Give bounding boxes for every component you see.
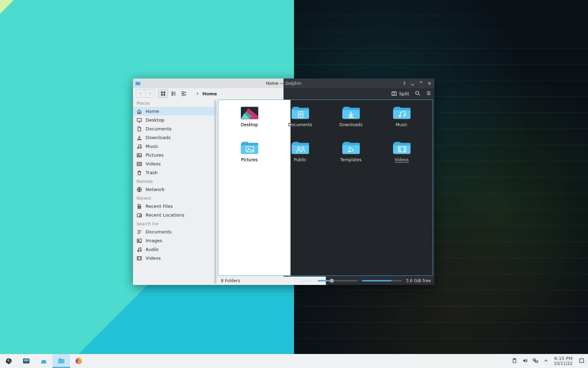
taskbar-clock[interactable]: 6:15 PM 10/11/22 [554, 356, 574, 366]
folder-icon [392, 140, 412, 155]
tray-show-desktop[interactable] [579, 358, 584, 364]
file-label: Documents [288, 122, 312, 127]
sidebar-item-documents[interactable]: Documents [133, 227, 217, 236]
tray-volume-icon[interactable] [522, 358, 528, 364]
taskbar: 6:15 PM 10/11/22 [0, 354, 588, 368]
folder-icon [392, 105, 412, 120]
file-item-desktop[interactable]: Desktop [225, 105, 274, 138]
sidebar-item-label: Trash [146, 170, 158, 175]
compact-view-button[interactable] [169, 89, 178, 98]
svg-rect-2 [163, 91, 165, 93]
forward-button[interactable] [145, 90, 154, 97]
taskbar-dolphin[interactable] [52, 354, 70, 368]
sidebar-item-music[interactable]: Music [133, 142, 217, 151]
tray-chevron-up-icon[interactable] [543, 358, 549, 364]
title-bar[interactable]: Home — Dolphin [133, 79, 434, 88]
svg-rect-39 [58, 360, 64, 363]
zoom-slider[interactable] [318, 280, 358, 281]
folder-icon [290, 140, 310, 155]
start-button[interactable] [0, 354, 18, 368]
sidebar-item-videos[interactable]: Videos [133, 159, 217, 168]
sidebar-item-images[interactable]: Images [133, 236, 217, 245]
svg-point-14 [140, 147, 141, 148]
icons-view-button[interactable] [158, 89, 168, 98]
sidebar-section-header: Search For [133, 219, 217, 227]
file-label: Videos [395, 157, 409, 162]
sidebar-item-label: Desktop [146, 117, 164, 123]
file-item-videos[interactable]: Videos [377, 140, 426, 173]
taskbar-systemsettings[interactable] [18, 354, 35, 368]
back-button[interactable] [136, 90, 145, 97]
taskbar-discover[interactable] [35, 354, 52, 368]
svg-rect-1 [161, 91, 163, 93]
sidebar-item-label: Audio [146, 247, 159, 252]
file-item-music[interactable]: Music [377, 105, 426, 138]
disk-usage-bar [362, 280, 402, 281]
sidebar-item-label: Recent Locations [146, 212, 184, 218]
status-bar: 8 Folders Zoom: 3.6 GiB free [217, 277, 434, 285]
tray-clipboard-icon[interactable] [512, 358, 517, 364]
sidebar-section-header: Places [133, 99, 217, 107]
menu-button[interactable] [426, 90, 432, 97]
file-label: Downloads [340, 122, 363, 127]
sidebar-item-pictures[interactable]: Pictures [133, 151, 217, 159]
sidebar-item-home[interactable]: Home [133, 107, 217, 116]
folder-icon [341, 140, 361, 155]
sidebar-item-videos[interactable]: Videos [133, 254, 217, 263]
file-label: Templates [340, 157, 362, 162]
sidebar-item-label: Documents [146, 126, 172, 131]
svg-point-11 [416, 91, 419, 94]
svg-point-29 [399, 115, 401, 117]
file-item-documents[interactable]: Documents [275, 105, 325, 138]
svg-point-6 [172, 93, 173, 94]
places-sidebar: PlacesHomeDesktopDocumentsDownloadsMusic… [133, 99, 217, 285]
sidebar-item-label: Music [146, 144, 159, 149]
nav-group [136, 89, 155, 98]
sidebar-item-label: Pictures [146, 152, 163, 158]
breadcrumb-home: Home [202, 91, 217, 96]
clock-date: 10/11/22 [554, 361, 573, 366]
sidebar-item-recent-files[interactable]: Recent Files [133, 202, 217, 211]
sidebar-item-downloads[interactable]: Downloads [133, 133, 217, 142]
svg-rect-8 [182, 91, 184, 93]
svg-rect-4 [163, 94, 165, 96]
svg-rect-38 [24, 361, 29, 363]
tray-network-icon[interactable] [533, 358, 538, 364]
file-item-downloads[interactable]: Downloads [326, 105, 376, 138]
sidebar-section-header: Remote [133, 177, 217, 185]
sidebar-item-label: Network [146, 187, 164, 192]
free-space: 3.6 GiB free [406, 278, 431, 283]
svg-rect-17 [137, 162, 141, 166]
item-count: 8 Folders [221, 278, 240, 283]
sidebar-item-audio[interactable]: Audio [133, 245, 217, 254]
sidebar-scrollbar[interactable] [214, 100, 216, 284]
breadcrumb[interactable]: Home [196, 91, 217, 96]
sidebar-item-desktop[interactable]: Desktop [133, 116, 217, 124]
file-item-pictures[interactable]: Pictures [225, 140, 274, 173]
sidebar-item-trash[interactable]: Trash [133, 168, 217, 177]
sidebar-item-network[interactable]: Network [133, 185, 217, 194]
sidebar-item-label: Recent Files [146, 204, 173, 209]
file-grid[interactable]: DesktopDocumentsDownloadsMusicPicturesPu… [218, 100, 433, 276]
sidebar-item-documents[interactable]: Documents [133, 124, 217, 133]
file-label: Desktop [241, 122, 258, 127]
sidebar-item-label: Home [146, 109, 159, 114]
taskbar-firefox[interactable] [70, 354, 88, 368]
svg-point-24 [140, 250, 141, 251]
search-button[interactable] [415, 90, 420, 97]
file-item-templates[interactable]: Templates [326, 140, 376, 173]
details-view-button[interactable] [179, 89, 189, 98]
sidebar-section-header: Recent [133, 194, 217, 202]
svg-rect-25 [137, 257, 141, 260]
file-label: Public [294, 157, 307, 162]
sidebar-item-recent-locations[interactable]: Recent Locations [133, 211, 217, 219]
split-button[interactable]: Split [391, 91, 409, 96]
dolphin-window: Home — Dolphin Home Split [133, 79, 434, 285]
svg-rect-45 [580, 359, 584, 362]
file-label: Pictures [241, 157, 258, 162]
split-label: Split [399, 91, 409, 96]
svg-point-13 [138, 147, 139, 149]
file-item-public[interactable]: Public [275, 140, 325, 173]
sidebar-item-label: Images [146, 238, 162, 243]
svg-point-7 [172, 95, 173, 95]
